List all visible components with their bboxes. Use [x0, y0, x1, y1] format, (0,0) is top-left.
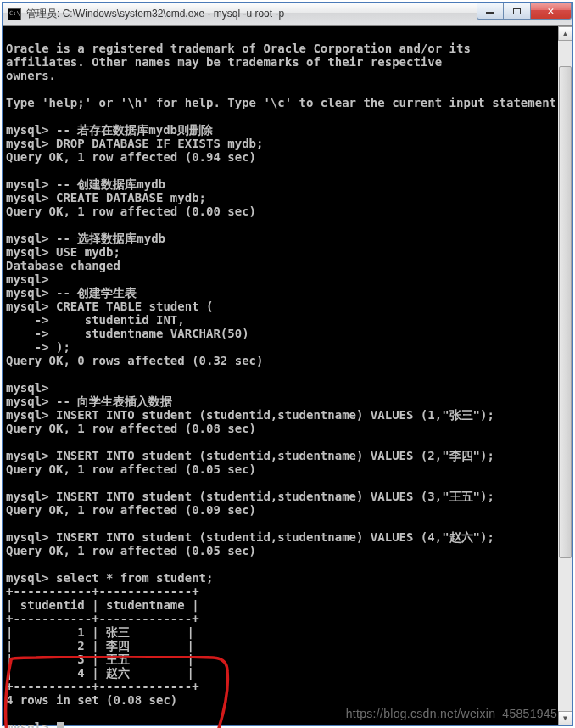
cmd-window: 管理员: C:\Windows\system32\cmd.exe - mysql… — [2, 2, 573, 726]
minimize-button[interactable] — [477, 3, 504, 20]
maximize-button[interactable] — [504, 3, 531, 20]
window-controls: ✕ — [477, 3, 572, 20]
terminal-output[interactable]: Oracle is a registered trademark of Orac… — [3, 26, 572, 728]
titlebar[interactable]: 管理员: C:\Windows\system32\cmd.exe - mysql… — [3, 3, 572, 26]
watermark-text: https://blog.csdn.net/weixin_45851945 — [346, 707, 557, 720]
scroll-thumb[interactable] — [559, 66, 572, 558]
scrollbar: ▲ ▼ — [558, 26, 572, 725]
scroll-track[interactable] — [558, 41, 572, 711]
scroll-down-button[interactable]: ▼ — [558, 711, 572, 725]
window-title: 管理员: C:\Windows\system32\cmd.exe - mysql… — [26, 7, 477, 21]
scroll-up-button[interactable]: ▲ — [558, 26, 572, 41]
close-button[interactable]: ✕ — [531, 3, 572, 20]
cmd-icon — [8, 8, 21, 20]
terminal-area: Oracle is a registered trademark of Orac… — [3, 26, 572, 725]
